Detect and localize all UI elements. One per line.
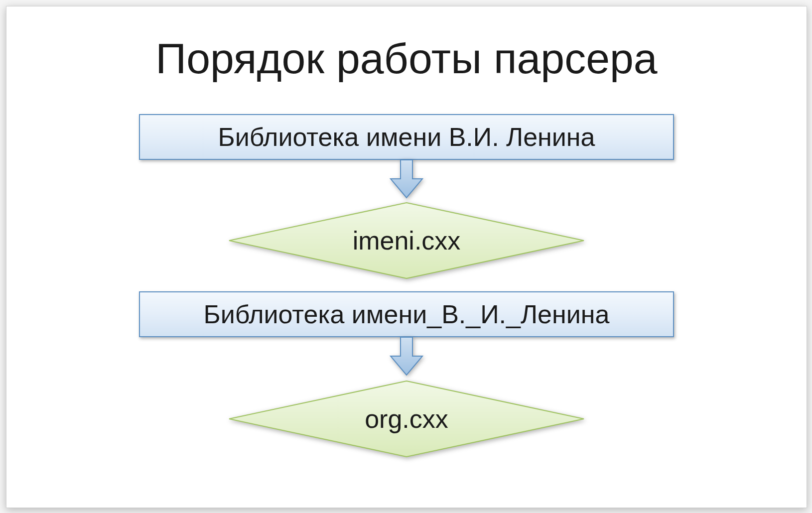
flowchart-step-2 bbox=[227, 201, 586, 280]
flowchart-step-3-label: Библиотека имени_В._И._Ленина bbox=[204, 299, 610, 329]
flowchart-step-1-label: Библиотека имени В.И. Ленина bbox=[218, 122, 595, 152]
diagram-title: Порядок работы парсера bbox=[6, 34, 807, 83]
slide-canvas: Порядок работы парсера Библиотека имени … bbox=[6, 6, 807, 508]
svg-marker-1 bbox=[229, 381, 584, 457]
flowchart-step-4 bbox=[227, 379, 586, 459]
flowchart-arrow-2 bbox=[387, 336, 426, 376]
svg-marker-0 bbox=[229, 203, 584, 278]
flowchart-step-3: Библиотека имени_В._И._Ленина bbox=[139, 291, 674, 337]
flowchart-step-1: Библиотека имени В.И. Ленина bbox=[139, 114, 674, 160]
flowchart-arrow-1 bbox=[387, 159, 426, 199]
